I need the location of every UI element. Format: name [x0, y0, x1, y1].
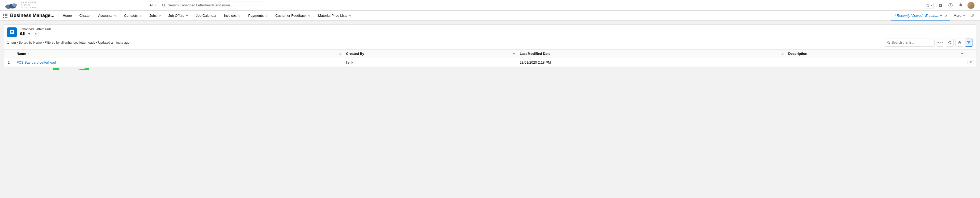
app-launcher-button[interactable] — [3, 14, 8, 18]
chart-button[interactable] — [955, 38, 963, 46]
svg-point-2 — [12, 3, 17, 6]
chevron-down-icon — [349, 14, 352, 17]
list-view-switcher[interactable] — [28, 32, 31, 36]
col-name-header[interactable]: Name ↑ — [14, 50, 344, 58]
col-name-menu[interactable] — [339, 53, 342, 55]
svg-line-16 — [889, 43, 890, 44]
col-created-by-label: Created By — [346, 52, 364, 56]
pencil-icon — [971, 14, 975, 18]
col-created-by-menu[interactable] — [513, 53, 515, 55]
pie-chart-icon — [958, 41, 961, 45]
col-name-label: Name — [17, 52, 26, 56]
chevron-down-icon[interactable] — [940, 14, 942, 17]
nav-item-customer-feedback[interactable]: Customer Feedback — [272, 10, 314, 21]
nav-item-jobs[interactable]: Jobs — [146, 10, 164, 21]
nav-item-material-price-lists[interactable]: Material Price Lists — [314, 10, 355, 21]
chevron-down-icon — [265, 14, 268, 17]
nav-item-label: Jobs — [150, 14, 156, 18]
list-search[interactable] — [884, 38, 935, 46]
bell-icon — [958, 3, 963, 8]
col-created-by-header[interactable]: Created By — [343, 50, 517, 58]
nav-item-label: Chatter — [80, 14, 91, 18]
nav-item-contacts[interactable]: Contacts — [120, 10, 146, 21]
global-actions-button[interactable] — [937, 2, 944, 9]
nav-item-job-calendar[interactable]: Job Calendar — [192, 10, 220, 21]
row-actions-button[interactable] — [967, 60, 974, 64]
global-search[interactable] — [159, 2, 266, 9]
nav-item-label: Contacts — [124, 14, 138, 18]
nav-more-menu[interactable]: More — [950, 10, 969, 21]
cloud-logo-icon — [3, 1, 19, 9]
col-last-modified-header[interactable]: Last Modified Date — [517, 50, 786, 58]
caret-down-icon — [28, 32, 31, 36]
star-icon — [926, 3, 930, 7]
notifications-button[interactable] — [957, 2, 964, 9]
last-modified-cell: 23/01/2020 2:18 PM — [517, 58, 786, 67]
gear-icon — [937, 41, 941, 45]
col-actions — [965, 50, 977, 58]
logo-text-3: SOLUTIONS — [21, 6, 37, 9]
close-tab-button[interactable] — [945, 14, 948, 17]
col-description-header[interactable]: Description — [786, 50, 965, 58]
nav-item-invoices[interactable]: Invoices — [220, 10, 245, 21]
global-search-input[interactable] — [168, 3, 263, 7]
nav-item-chatter[interactable]: Chatter — [76, 10, 95, 21]
chevron-down-icon — [781, 53, 784, 55]
caret-down-icon — [969, 61, 972, 64]
row-number: 1 — [3, 58, 14, 67]
current-tab-label: * Recently Viewed | Enhan... — [894, 14, 938, 18]
refresh-button[interactable] — [946, 38, 954, 46]
pin-list-button[interactable] — [33, 32, 39, 37]
edit-nav-button[interactable] — [969, 14, 977, 18]
nav-item-label: Invoices — [224, 14, 237, 18]
nav-item-label: Customer Feedback — [275, 14, 306, 18]
pin-icon — [34, 32, 37, 36]
svg-line-4 — [164, 6, 165, 7]
col-last-modified-menu[interactable] — [781, 53, 784, 55]
annotation-arrow — [53, 68, 90, 70]
caret-down-icon — [963, 14, 965, 17]
nav-item-accounts[interactable]: Accounts — [94, 10, 120, 21]
col-row-number — [3, 50, 14, 58]
favorites-button[interactable] — [925, 2, 934, 9]
help-button[interactable]: ? — [947, 2, 954, 9]
question-icon: ? — [948, 3, 953, 8]
caret-down-icon — [942, 42, 943, 43]
app-name: Business Manage... — [10, 13, 54, 18]
search-icon — [162, 3, 165, 7]
nav-item-home[interactable]: Home — [59, 10, 76, 21]
user-avatar[interactable] — [967, 2, 975, 9]
search-scope-dropdown[interactable]: All — [147, 2, 159, 9]
chevron-down-icon — [139, 14, 142, 17]
caret-down-icon — [154, 4, 156, 6]
plus-icon — [938, 3, 943, 8]
letterhead-icon — [9, 30, 14, 35]
chevron-down-icon — [238, 14, 241, 17]
close-icon — [945, 14, 948, 17]
filter-button[interactable] — [965, 38, 973, 46]
nav-item-label: Accounts — [98, 14, 112, 18]
record-name-link[interactable]: FCS Standard Letterhead — [17, 61, 56, 64]
nav-item-job-offers[interactable]: Job Offers — [165, 10, 192, 21]
svg-point-3 — [162, 4, 165, 6]
nav-item-payments[interactable]: Payments — [245, 10, 272, 21]
description-cell — [786, 58, 965, 67]
col-last-modified-label: Last Modified Date — [520, 52, 550, 56]
svg-rect-14 — [11, 32, 13, 33]
list-view-controls-button[interactable] — [936, 38, 944, 46]
list-search-input[interactable] — [892, 41, 932, 45]
chevron-down-icon — [114, 14, 117, 17]
refresh-icon — [948, 41, 951, 45]
caret-down-icon — [930, 4, 932, 6]
list-view-name: All — [19, 31, 25, 37]
search-scope-label: All — [150, 3, 153, 7]
col-description-menu[interactable] — [961, 53, 963, 55]
chevron-down-icon — [961, 53, 963, 55]
search-icon — [887, 41, 890, 44]
chevron-down-icon — [339, 53, 342, 55]
nav-item-label: Material Price Lists — [318, 14, 347, 18]
current-tab[interactable]: * Recently Viewed | Enhan... — [891, 11, 950, 21]
object-icon — [7, 27, 17, 37]
nav-item-label: Job Offers — [169, 14, 185, 18]
more-label: More — [953, 14, 961, 18]
